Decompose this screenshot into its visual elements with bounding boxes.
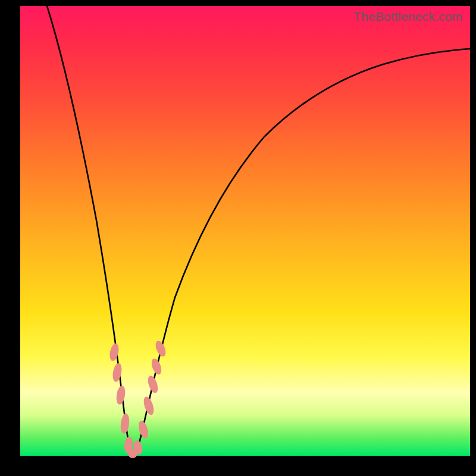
watermark-text: TheBottleneck.com <box>354 10 463 24</box>
marker <box>154 339 167 358</box>
plot-area: TheBottleneck.com <box>20 6 470 456</box>
marker <box>142 396 155 416</box>
marker <box>137 420 150 440</box>
curve-svg <box>20 6 470 456</box>
bottleneck-curve <box>47 6 470 455</box>
marker <box>111 362 123 383</box>
marker <box>150 357 164 375</box>
marker <box>115 385 127 405</box>
marker <box>108 343 120 362</box>
chart-frame: TheBottleneck.com <box>0 0 476 476</box>
marker <box>120 413 130 434</box>
marker <box>146 375 159 394</box>
